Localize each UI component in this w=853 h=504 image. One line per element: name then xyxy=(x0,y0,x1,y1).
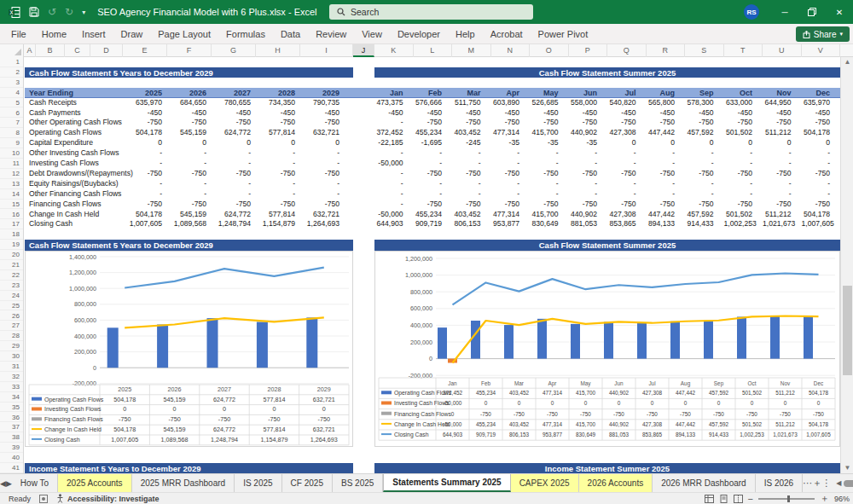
cell[interactable]: -450 xyxy=(212,108,251,119)
cell[interactable]: 403,452 xyxy=(452,128,481,138)
cell[interactable]: -750 xyxy=(212,118,251,128)
cell[interactable]: - xyxy=(724,179,753,189)
cell[interactable]: -450 xyxy=(530,108,559,119)
cell[interactable]: 577,814 xyxy=(256,210,295,220)
column-header-K[interactable]: K xyxy=(374,44,414,57)
cell[interactable]: - xyxy=(123,179,162,189)
ribbon-tab-developer[interactable]: Developer xyxy=(390,29,448,39)
cell[interactable]: -750 xyxy=(452,118,481,128)
cell[interactable]: - xyxy=(452,159,481,169)
cell[interactable]: 0 xyxy=(212,138,251,148)
cell[interactable]: - xyxy=(607,189,636,200)
cell[interactable]: -450 xyxy=(452,108,481,119)
cell[interactable]: - xyxy=(374,148,403,159)
cell[interactable]: - xyxy=(802,159,831,169)
cell[interactable]: 427,308 xyxy=(607,128,636,138)
cell[interactable]: -35 xyxy=(569,138,598,148)
cell[interactable]: 0 xyxy=(802,138,831,148)
sheet-tab-2025-mrr-dashboard[interactable]: 2025 MRR Dashboard xyxy=(132,474,235,492)
cell[interactable]: -750 xyxy=(647,200,676,210)
cell[interactable]: -750 xyxy=(569,169,598,179)
cell[interactable]: 790,735 xyxy=(300,98,339,108)
cell[interactable]: - xyxy=(647,179,676,189)
row-header-8[interactable]: 8 xyxy=(0,128,23,138)
row-header-34[interactable]: 34 xyxy=(0,392,23,403)
cell[interactable]: - xyxy=(212,148,251,159)
cell[interactable]: -750 xyxy=(491,200,520,210)
cell[interactable]: - xyxy=(647,189,676,200)
column-header-D[interactable]: D xyxy=(90,44,123,57)
cell[interactable]: - xyxy=(452,189,481,200)
cell[interactable]: - xyxy=(724,159,753,169)
cell[interactable]: - xyxy=(685,159,714,169)
column-header-F[interactable]: F xyxy=(167,44,212,57)
row-header-21[interactable]: 21 xyxy=(0,260,23,270)
cell[interactable]: -450 xyxy=(685,108,714,119)
ribbon-tab-view[interactable]: View xyxy=(354,29,390,39)
cell[interactable]: - xyxy=(607,148,636,159)
row-header-38[interactable]: 38 xyxy=(0,432,23,443)
page-break-view-icon[interactable] xyxy=(734,495,743,503)
cell[interactable]: 624,772 xyxy=(212,128,251,138)
cell[interactable]: - xyxy=(256,159,295,169)
cell[interactable]: 455,234 xyxy=(414,210,443,220)
cell[interactable]: 545,159 xyxy=(167,210,206,220)
sheet-tab-cf-2025[interactable]: CF 2025 xyxy=(282,474,333,492)
cell[interactable]: - xyxy=(802,179,831,189)
cell[interactable]: 0 xyxy=(167,138,206,148)
column-header-L[interactable]: L xyxy=(414,44,453,57)
sheet-tab-bs-2025[interactable]: BS 2025 xyxy=(333,474,383,492)
cell[interactable]: -750 xyxy=(300,169,339,179)
cell[interactable]: - xyxy=(212,179,251,189)
cell[interactable]: 403,452 xyxy=(452,210,481,220)
cell[interactable]: - xyxy=(374,118,403,128)
cell[interactable]: 0 xyxy=(647,138,676,148)
cell[interactable]: -50,000 xyxy=(374,159,403,169)
cell[interactable]: - xyxy=(374,169,403,179)
sheet-tab-2026-mrr-dashboard[interactable]: 2026 MRR Dashboard xyxy=(653,474,756,492)
cell[interactable]: - xyxy=(569,148,598,159)
cell[interactable]: -750 xyxy=(491,118,520,128)
cell[interactable]: 1,021,673 xyxy=(763,219,792,229)
redo-icon[interactable]: ↻ xyxy=(65,6,73,18)
sheet-tab-2026-accounts[interactable]: 2026 Accounts xyxy=(579,474,653,492)
cell[interactable]: - xyxy=(491,148,520,159)
cell[interactable]: -450 xyxy=(647,108,676,119)
row-header-17[interactable]: 17 xyxy=(0,219,23,229)
row-header-7[interactable]: 7 xyxy=(0,118,23,128)
cell[interactable]: -750 xyxy=(724,169,753,179)
cell[interactable]: - xyxy=(300,179,339,189)
cell[interactable]: - xyxy=(212,159,251,169)
ribbon-tab-acrobat[interactable]: Acrobat xyxy=(483,29,531,39)
cell[interactable]: -750 xyxy=(607,169,636,179)
cell[interactable]: 633,000 xyxy=(724,98,753,108)
cell[interactable]: 455,234 xyxy=(414,128,443,138)
cell[interactable]: -750 xyxy=(530,200,559,210)
cell[interactable]: - xyxy=(256,189,295,200)
cell[interactable]: - xyxy=(300,189,339,200)
zoom-slider[interactable] xyxy=(758,498,815,500)
cell[interactable]: - xyxy=(123,189,162,200)
row-header-11[interactable]: 11 xyxy=(0,159,23,169)
cell[interactable]: -450 xyxy=(607,108,636,119)
cell[interactable]: -750 xyxy=(167,169,206,179)
macro-record-icon[interactable] xyxy=(39,495,48,503)
column-header-M[interactable]: M xyxy=(452,44,491,57)
cell[interactable]: - xyxy=(569,179,598,189)
cell[interactable]: 806,153 xyxy=(452,219,481,229)
row-header-12[interactable]: 12 xyxy=(0,169,23,179)
cell[interactable]: -450 xyxy=(167,108,206,119)
search-input[interactable]: Search xyxy=(329,4,533,20)
ribbon-tab-power-pivot[interactable]: Power Pivot xyxy=(531,29,596,39)
cell[interactable]: - xyxy=(685,179,714,189)
row-header-36[interactable]: 36 xyxy=(0,413,23,423)
cell[interactable]: 914,433 xyxy=(685,219,714,229)
cell[interactable]: -750 xyxy=(212,200,251,210)
cell[interactable]: 578,300 xyxy=(685,98,714,108)
cell[interactable]: 0 xyxy=(724,138,753,148)
cell[interactable]: 504,178 xyxy=(123,128,162,138)
cell[interactable]: - xyxy=(647,148,676,159)
row-header-10[interactable]: 10 xyxy=(0,148,23,159)
column-header-N[interactable]: N xyxy=(491,44,531,57)
cell[interactable]: -245 xyxy=(452,138,481,148)
